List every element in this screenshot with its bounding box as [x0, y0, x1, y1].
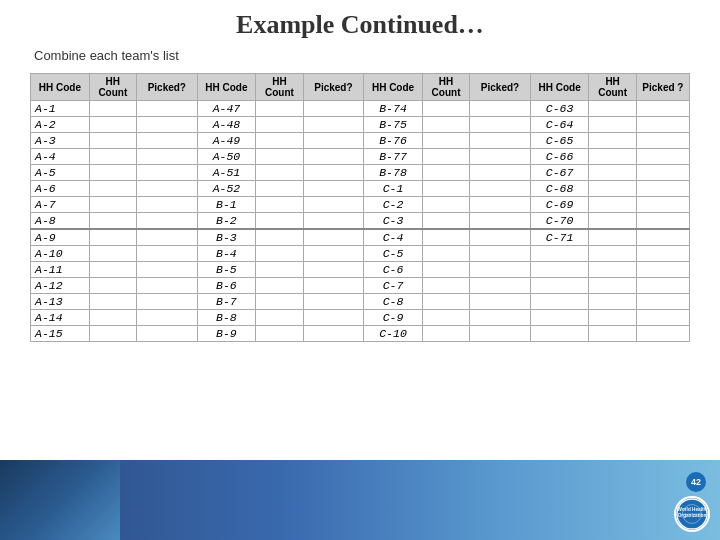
table-cell: A-14 — [31, 310, 90, 326]
table-cell: A-9 — [31, 229, 90, 246]
table-cell — [636, 310, 689, 326]
table-cell — [256, 294, 303, 310]
table-cell — [636, 101, 689, 117]
table-cell — [589, 197, 636, 213]
table-cell: A-2 — [31, 117, 90, 133]
table-cell — [137, 101, 198, 117]
table-cell — [256, 165, 303, 181]
table-cell — [589, 101, 636, 117]
table-row: A-1 A-47 B-74 C-63 — [31, 101, 690, 117]
svg-text:Organization: Organization — [678, 513, 707, 518]
table-row: A-15 B-9 C-10 — [31, 326, 690, 342]
col-header-hh-count-4: HH Count — [589, 74, 636, 101]
table-cell — [422, 326, 469, 342]
table-cell — [589, 246, 636, 262]
table-cell — [636, 181, 689, 197]
table-cell — [470, 246, 531, 262]
table-cell — [422, 165, 469, 181]
table-cell: C-70 — [530, 213, 589, 230]
table-cell — [422, 294, 469, 310]
table-cell — [89, 133, 136, 149]
table-row: A-7 B-1 C-2 C-69 — [31, 197, 690, 213]
table-row: A-6 A-52 C-1 C-68 — [31, 181, 690, 197]
table-cell — [636, 294, 689, 310]
table-cell — [589, 149, 636, 165]
table-cell — [636, 229, 689, 246]
table-cell: A-50 — [197, 149, 256, 165]
table-cell — [422, 278, 469, 294]
table-cell — [589, 229, 636, 246]
table-cell: B-5 — [197, 262, 256, 278]
table-row: A-12 B-6 C-7 — [31, 278, 690, 294]
table-row: A-14 B-8 C-9 — [31, 310, 690, 326]
table-cell — [303, 101, 364, 117]
col-header-hh-code-1: HH Code — [31, 74, 90, 101]
main-table: HH Code HH Count Picked? HH Code HH Coun… — [30, 73, 690, 342]
table-cell — [470, 326, 531, 342]
table-cell — [256, 181, 303, 197]
table-cell — [256, 149, 303, 165]
table-cell — [470, 310, 531, 326]
table-cell: B-78 — [364, 165, 423, 181]
table-cell — [89, 213, 136, 230]
table-cell — [137, 246, 198, 262]
table-row: A-9 B-3 C-4 C-71 — [31, 229, 690, 246]
table-cell — [636, 197, 689, 213]
table-cell: B-74 — [364, 101, 423, 117]
table-cell — [303, 197, 364, 213]
table-cell: C-64 — [530, 117, 589, 133]
table-cell — [530, 246, 589, 262]
table-cell — [89, 326, 136, 342]
table-cell — [422, 246, 469, 262]
table-cell — [89, 181, 136, 197]
table-cell: A-15 — [31, 326, 90, 342]
table-cell: A-11 — [31, 262, 90, 278]
table-cell — [422, 262, 469, 278]
table-cell: C-66 — [530, 149, 589, 165]
table-cell — [636, 278, 689, 294]
table-cell: B-75 — [364, 117, 423, 133]
table-cell: C-5 — [364, 246, 423, 262]
table-cell — [636, 246, 689, 262]
table-cell — [89, 149, 136, 165]
table-cell — [256, 213, 303, 230]
table-cell — [636, 149, 689, 165]
table-cell — [303, 262, 364, 278]
table-cell — [137, 197, 198, 213]
table-cell: C-9 — [364, 310, 423, 326]
table-cell — [470, 101, 531, 117]
table-cell — [636, 213, 689, 230]
table-cell: A-1 — [31, 101, 90, 117]
table-cell — [530, 278, 589, 294]
table-cell — [89, 165, 136, 181]
table-cell: A-3 — [31, 133, 90, 149]
table-cell — [303, 229, 364, 246]
table-cell: B-2 — [197, 213, 256, 230]
table-cell — [256, 117, 303, 133]
table-cell — [89, 278, 136, 294]
table-cell — [89, 117, 136, 133]
table-cell — [636, 133, 689, 149]
table-cell — [636, 117, 689, 133]
table-cell — [470, 294, 531, 310]
col-header-hh-code-3: HH Code — [364, 74, 423, 101]
table-cell — [137, 310, 198, 326]
table-cell — [470, 278, 531, 294]
table-cell: C-68 — [530, 181, 589, 197]
table-cell — [256, 197, 303, 213]
table-cell: C-2 — [364, 197, 423, 213]
table-cell — [137, 165, 198, 181]
table-cell: C-67 — [530, 165, 589, 181]
table-cell: A-48 — [197, 117, 256, 133]
table-cell: C-10 — [364, 326, 423, 342]
who-logo-circle: World Health Organization — [674, 496, 710, 532]
table-cell — [470, 262, 531, 278]
table-cell — [636, 262, 689, 278]
table-cell — [89, 101, 136, 117]
table-cell: B-77 — [364, 149, 423, 165]
table-cell — [89, 197, 136, 213]
table-cell — [256, 310, 303, 326]
table-cell — [137, 213, 198, 230]
table-row: A-2 A-48 B-75 C-64 — [31, 117, 690, 133]
table-cell — [303, 326, 364, 342]
